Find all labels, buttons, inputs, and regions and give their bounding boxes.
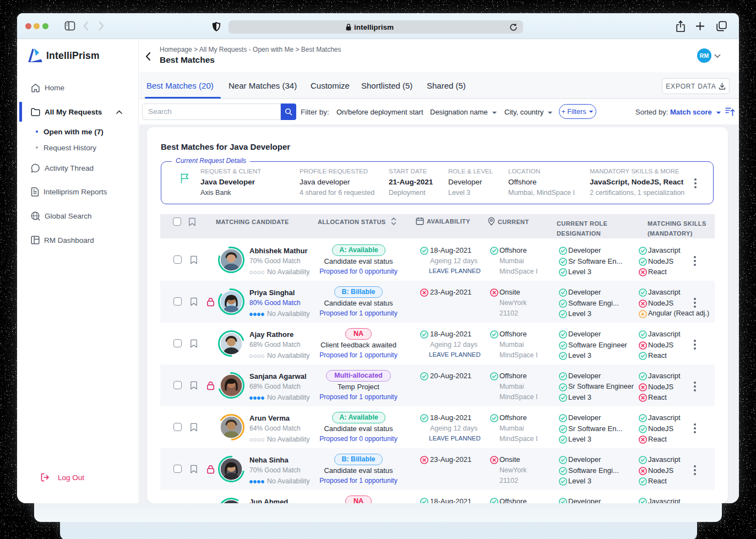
svg-text:A: A xyxy=(641,312,645,317)
